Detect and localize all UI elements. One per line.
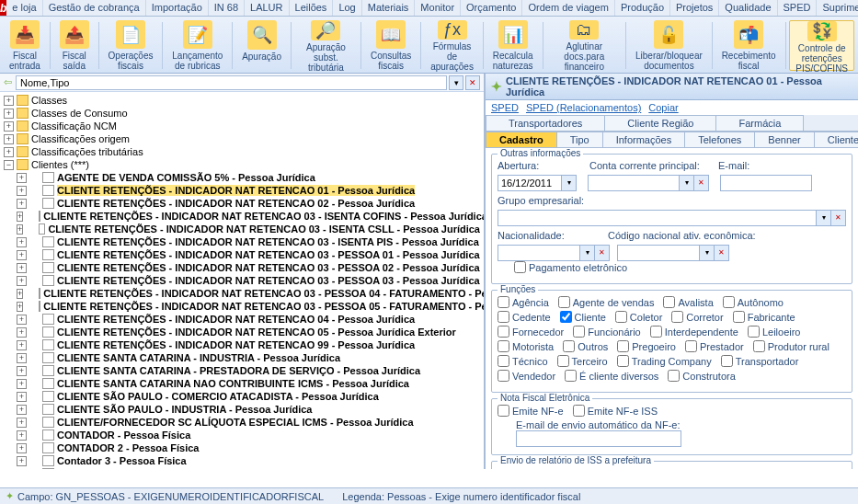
expand-icon[interactable]: + (17, 224, 23, 235)
funcao-checkbox[interactable] (498, 296, 509, 308)
back-icon[interactable]: ⇦ (4, 76, 12, 88)
clear-icon[interactable]: ✕ (831, 210, 846, 226)
tree-item[interactable]: +CLIENTE SANTA CATARINA NAO CONTRIBUINTE… (15, 377, 482, 390)
grupo-input[interactable] (498, 210, 817, 226)
funcao-checkbox[interactable] (733, 311, 745, 323)
funcao-checkbox[interactable] (557, 355, 569, 367)
expand-icon[interactable]: + (17, 250, 27, 260)
tree-item[interactable]: +CLIENTE RETENÇÕES - INDICADOR NAT RETEN… (15, 313, 482, 326)
subtab[interactable]: Informações (602, 132, 686, 147)
ribbon-button[interactable]: 🗂Aglutinar docs.parafinanceiro (546, 20, 622, 71)
tree-folder[interactable]: +Classificações tributárias (2, 145, 482, 158)
expand-icon[interactable]: + (17, 469, 27, 470)
nacionalidade-input[interactable] (498, 245, 580, 261)
clear-icon[interactable]: ✕ (465, 75, 480, 90)
funcao-checkbox[interactable] (721, 355, 733, 367)
tree-item[interactable]: +CLIENTE RETENÇÕES - INDICADOR NAT RETEN… (15, 210, 482, 223)
tree-item[interactable]: +Filial Blumenau - Pessoa Jurídica (15, 467, 482, 469)
breadcrumb-link[interactable]: SPED (491, 102, 519, 113)
funcao-checkbox[interactable] (498, 311, 509, 323)
funcao-checkbox[interactable] (498, 326, 509, 338)
expand-icon[interactable]: + (17, 315, 27, 325)
tree-item[interactable]: +CLIENTE RETENÇÕES - INDICADOR NAT RETEN… (15, 338, 482, 351)
breadcrumb-link[interactable]: SPED (Relacionamentos) (526, 102, 641, 113)
tree-folder[interactable]: +Classes (2, 94, 482, 107)
top-tab[interactable]: Leilões (290, 0, 334, 16)
top-tab[interactable]: Suprimentos (817, 0, 858, 16)
expand-icon[interactable]: + (4, 134, 14, 144)
top-tab[interactable]: Ordem de viagem (522, 0, 614, 16)
funcao-checkbox[interactable] (685, 340, 697, 352)
funcao-checkbox[interactable] (573, 326, 585, 338)
expand-icon[interactable]: + (17, 173, 27, 183)
expand-icon[interactable]: + (17, 302, 23, 312)
funcao-checkbox[interactable] (671, 311, 683, 323)
tree-item[interactable]: +CLIENTE SÃO PAULO - INDUSTRIA - Pessoa … (15, 403, 482, 416)
chevron-down-icon[interactable]: ▾ (580, 245, 595, 261)
top-tab[interactable]: Log (333, 0, 361, 16)
tree-item[interactable]: +CONTADOR - Pessoa Física (15, 429, 482, 441)
top-tab[interactable]: Qualidade (719, 0, 777, 16)
subtab[interactable]: Benner (754, 132, 814, 147)
funcao-checkbox[interactable] (558, 296, 570, 308)
tree-item[interactable]: +CLIENTE/FORNECEDOR SC ALÍQUOTA ESPECIAL… (15, 416, 482, 429)
ribbon-button[interactable]: 🔎Apuraçãosubst. tributária (295, 20, 357, 71)
clear-icon[interactable]: ✕ (694, 175, 709, 191)
expand-icon[interactable]: + (17, 276, 27, 286)
tree-item[interactable]: +CLIENTE RETENÇÕES - INDICADOR NAT RETEN… (15, 326, 482, 338)
subtab[interactable]: Farmácia (715, 115, 804, 131)
subtab[interactable]: Tipo (556, 132, 603, 147)
funcao-checkbox[interactable] (753, 340, 765, 352)
funcao-checkbox[interactable] (615, 311, 627, 323)
expand-icon[interactable]: + (4, 147, 14, 157)
subtab[interactable]: Transportadores (486, 115, 605, 131)
top-tab[interactable]: e loja (6, 0, 42, 16)
funcao-checkbox[interactable] (498, 370, 509, 382)
pag-eletronico-checkbox[interactable] (514, 261, 526, 273)
funcao-checkbox[interactable] (498, 355, 509, 367)
top-tab[interactable]: IN 68 (209, 0, 245, 16)
tree-item[interactable]: +CLIENTE RETENÇÕES - INDICADOR NAT RETEN… (15, 223, 482, 235)
ribbon-button[interactable]: 📊Recalculanaturezas (487, 20, 539, 71)
tree-item[interactable]: +CLIENTE RETENÇÕES - INDICADOR NAT RETEN… (15, 184, 482, 197)
funcao-checkbox[interactable] (565, 370, 577, 382)
email-input[interactable] (720, 175, 812, 191)
ribbon-button[interactable]: 📄Operaçõesfiscais (103, 20, 159, 71)
subtab[interactable]: Cliente Região (604, 115, 716, 131)
expand-icon[interactable]: + (4, 121, 14, 132)
ribbon-button[interactable]: 🔍Apuração (236, 20, 287, 71)
top-tab[interactable]: LALUR (245, 0, 289, 16)
ribbon-button[interactable]: 📥Fiscalentrada (4, 20, 46, 71)
expand-icon[interactable]: + (17, 327, 27, 338)
top-tab[interactable]: Materiais (362, 0, 416, 16)
clear-icon[interactable]: ✕ (715, 245, 729, 261)
funcao-checkbox[interactable] (617, 355, 629, 367)
funcao-checkbox[interactable] (668, 370, 680, 382)
expand-icon[interactable]: + (17, 443, 27, 453)
expand-icon[interactable]: + (17, 456, 27, 466)
expand-icon[interactable]: + (17, 418, 27, 428)
tree-item[interactable]: +CLIENTE RETENÇÕES - INDICADOR NAT RETEN… (15, 300, 482, 313)
emite-nfe-iss-checkbox[interactable] (573, 405, 585, 417)
tree-item[interactable]: +CLIENTE SÃO PAULO - COMERCIO ATACADISTA… (15, 390, 482, 403)
ribbon-button[interactable]: 📬Recebimentofiscal (716, 20, 782, 71)
conta-input[interactable] (588, 175, 680, 191)
expand-icon[interactable]: + (17, 237, 27, 247)
top-tab[interactable]: Orçamento (461, 0, 522, 16)
ribbon-button[interactable]: 📝Lançamentode rubricas (166, 20, 228, 71)
collapse-icon[interactable]: − (4, 160, 14, 170)
ribbon-button[interactable]: 💱Controle deretençõesPIS/COFINS (789, 20, 854, 71)
funcao-checkbox[interactable] (723, 296, 735, 308)
expand-icon[interactable]: + (17, 199, 27, 209)
expand-icon[interactable]: + (4, 96, 14, 106)
funcao-checkbox[interactable] (748, 326, 760, 338)
codigo-input[interactable] (617, 245, 700, 261)
tree-folder[interactable]: −Clientes (***) (2, 158, 482, 171)
expand-icon[interactable]: + (17, 340, 27, 350)
funcao-checkbox[interactable] (650, 326, 662, 338)
ribbon-button[interactable]: ƒxFórmulas deapurações (425, 20, 479, 71)
expand-icon[interactable]: + (17, 379, 27, 389)
tree-folder[interactable]: +Classes de Consumo (2, 107, 482, 120)
top-tab[interactable]: Monitor (415, 0, 461, 16)
top-tab[interactable]: Projetos (670, 0, 719, 16)
